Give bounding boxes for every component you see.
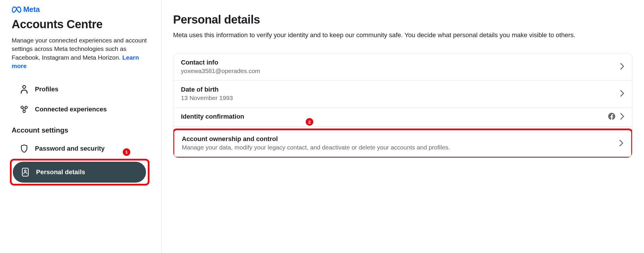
sidebar-description: Manage your connected experiences and ac… bbox=[12, 36, 150, 70]
nav-label: Personal details bbox=[36, 168, 85, 176]
account-settings-list: Password and security bbox=[12, 138, 150, 159]
chevron-right-icon bbox=[620, 63, 625, 71]
nav-label: Password and security bbox=[35, 145, 105, 152]
person-icon bbox=[20, 85, 29, 94]
svg-point-1 bbox=[21, 106, 23, 108]
nav-item-connected[interactable]: Connected experiences bbox=[12, 99, 150, 119]
id-card-icon bbox=[21, 168, 30, 177]
meta-logo[interactable]: Meta bbox=[12, 5, 40, 14]
meta-logo-text: Meta bbox=[23, 5, 40, 14]
account-settings-heading: Account settings bbox=[12, 126, 150, 134]
annotation-outline-2: 2 Account ownership and control Manage y… bbox=[173, 129, 632, 158]
item-title: Date of birth bbox=[181, 86, 614, 93]
settings-list: Contact info yoxewa3581@operades.com Dat… bbox=[173, 53, 632, 158]
nav-label: Connected experiences bbox=[35, 106, 107, 113]
svg-point-0 bbox=[23, 85, 26, 88]
shield-icon bbox=[20, 144, 29, 153]
chevron-right-icon bbox=[619, 140, 624, 148]
item-title: Identity confirmation bbox=[181, 113, 602, 120]
page-title: Personal details bbox=[173, 13, 632, 26]
chevron-right-icon bbox=[620, 90, 625, 98]
connected-icon bbox=[20, 105, 29, 113]
item-subtitle: yoxewa3581@operades.com bbox=[181, 67, 614, 75]
facebook-icon bbox=[608, 113, 615, 121]
page-description: Meta uses this information to verify you… bbox=[173, 31, 632, 40]
meta-infinity-icon bbox=[12, 6, 22, 13]
settings-item-identity-confirmation[interactable]: Identity confirmation bbox=[173, 108, 632, 126]
nav-item-personal-details[interactable]: Personal details bbox=[13, 162, 146, 183]
annotation-outline-1: 1 Personal details bbox=[10, 159, 150, 186]
nav-list: Profiles Connected experiences bbox=[12, 79, 150, 119]
settings-item-contact-info[interactable]: Contact info yoxewa3581@operades.com bbox=[173, 54, 632, 81]
item-subtitle: Manage your data, modify your legacy con… bbox=[182, 143, 613, 152]
item-title: Account ownership and control bbox=[182, 135, 613, 143]
settings-item-account-ownership[interactable]: Account ownership and control Manage you… bbox=[175, 131, 630, 156]
settings-item-date-of-birth[interactable]: Date of birth 13 November 1993 bbox=[173, 81, 632, 108]
item-title: Contact info bbox=[181, 59, 614, 66]
sidebar-title: Accounts Centre bbox=[12, 18, 150, 31]
chevron-right-icon bbox=[620, 113, 625, 121]
svg-point-5 bbox=[24, 170, 26, 172]
annotation-badge-1: 1 bbox=[123, 148, 130, 156]
nav-label: Profiles bbox=[35, 85, 58, 93]
svg-point-2 bbox=[25, 106, 27, 108]
nav-item-password-security[interactable]: Password and security bbox=[12, 138, 150, 159]
nav-item-profiles[interactable]: Profiles bbox=[12, 79, 150, 99]
item-subtitle: 13 November 1993 bbox=[181, 94, 614, 102]
sidebar: Meta Accounts Centre Manage your connect… bbox=[0, 0, 161, 253]
main-content: Personal details Meta uses this informat… bbox=[161, 0, 644, 253]
